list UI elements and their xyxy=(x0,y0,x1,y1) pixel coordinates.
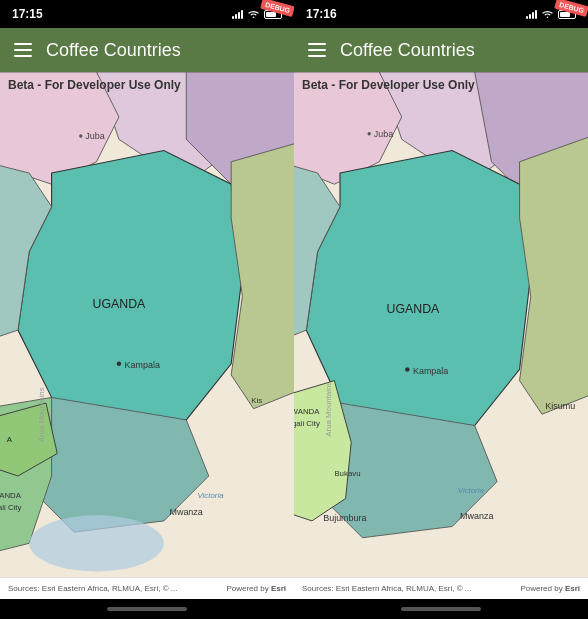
esri-logo-left: Powered by Esri xyxy=(226,584,286,593)
svg-text:Mwanza: Mwanza xyxy=(169,507,202,517)
svg-text:Kis: Kis xyxy=(251,396,262,405)
svg-text:RWANDA: RWANDA xyxy=(0,491,22,500)
home-indicator-left xyxy=(0,599,294,619)
app-bar-right: Coffee Countries xyxy=(294,28,588,72)
svg-text:A: A xyxy=(7,435,13,444)
svg-text:Kampala: Kampala xyxy=(125,360,160,370)
attribution-text-left: Sources: Esri Eastern Africa, RLMUA, Esr… xyxy=(8,584,178,593)
svg-point-6 xyxy=(117,362,121,366)
home-indicator-right xyxy=(294,599,588,619)
svg-text:Bukavu: Bukavu xyxy=(334,469,360,478)
home-bar-left xyxy=(107,607,187,611)
svg-point-9 xyxy=(79,134,82,137)
svg-text:Kigali City: Kigali City xyxy=(294,419,320,428)
svg-text:Bujumbura: Bujumbura xyxy=(323,513,366,523)
svg-marker-34 xyxy=(520,134,588,415)
status-bar-right: 17:16 xyxy=(294,0,588,28)
app-title-right: Coffee Countries xyxy=(340,40,475,61)
svg-point-13 xyxy=(29,515,164,571)
svg-text:Juba: Juba xyxy=(374,129,393,139)
notch-left xyxy=(117,0,177,18)
svg-text:RWANDA: RWANDA xyxy=(294,407,320,416)
menu-icon-right[interactable] xyxy=(308,43,326,57)
attribution-bar-right: Sources: Esri Eastern Africa, RLMUA, Esr… xyxy=(294,577,588,599)
map-left[interactable]: Beta - For Developer Use Only UGANDA Kam… xyxy=(0,72,294,577)
phone-panel-right: DEBUG 17:16 Coffee Countries xyxy=(294,0,588,619)
svg-marker-28 xyxy=(306,151,530,437)
attribution-text-right: Sources: Esri Eastern Africa, RLMUA, Esr… xyxy=(302,584,472,593)
svg-text:Arua Mountains: Arua Mountains xyxy=(37,387,46,442)
svg-text:Arua Mountains: Arua Mountains xyxy=(324,382,333,437)
svg-text:Victoria: Victoria xyxy=(198,491,225,500)
svg-text:Kisumu: Kisumu xyxy=(545,401,575,411)
svg-text:UGANDA: UGANDA xyxy=(387,302,441,316)
svg-marker-10 xyxy=(231,139,294,408)
map-svg-right: SUDAN UGANDA Kampala Juba Kisumu xyxy=(294,72,588,577)
svg-text:UGANDA: UGANDA xyxy=(93,297,147,311)
svg-marker-4 xyxy=(18,151,242,432)
attribution-bar-left: Sources: Esri Eastern Africa, RLMUA, Esr… xyxy=(0,577,294,599)
svg-point-33 xyxy=(367,132,370,135)
status-time-left: 17:15 xyxy=(12,7,43,21)
notch-right xyxy=(411,0,471,18)
svg-text:Mwanza: Mwanza xyxy=(460,511,493,521)
menu-icon-left[interactable] xyxy=(14,43,32,57)
esri-logo-right: Powered by Esri xyxy=(520,584,580,593)
wifi-icon-left xyxy=(247,9,260,19)
home-bar-right xyxy=(401,607,481,611)
status-bar-left: 17:15 xyxy=(0,0,294,28)
map-right[interactable]: Beta - For Developer Use Only SUDAN UGAN… xyxy=(294,72,588,577)
wifi-icon-right xyxy=(541,9,554,19)
svg-text:Juba: Juba xyxy=(85,131,104,141)
phone-panel-left: DEBUG 17:15 Coffee Countries xyxy=(0,0,294,619)
svg-point-30 xyxy=(405,367,409,371)
svg-text:Kigali City: Kigali City xyxy=(0,503,21,512)
map-svg-left: UGANDA Kampala Juba Victoria A RWANDA xyxy=(0,72,294,577)
signal-icon-left xyxy=(232,9,243,19)
app-bar-left: Coffee Countries xyxy=(0,28,294,72)
status-time-right: 17:16 xyxy=(306,7,337,21)
app-title-left: Coffee Countries xyxy=(46,40,181,61)
svg-text:Victoria: Victoria xyxy=(458,486,485,495)
svg-text:Kampala: Kampala xyxy=(413,366,448,376)
signal-icon-right xyxy=(526,9,537,19)
